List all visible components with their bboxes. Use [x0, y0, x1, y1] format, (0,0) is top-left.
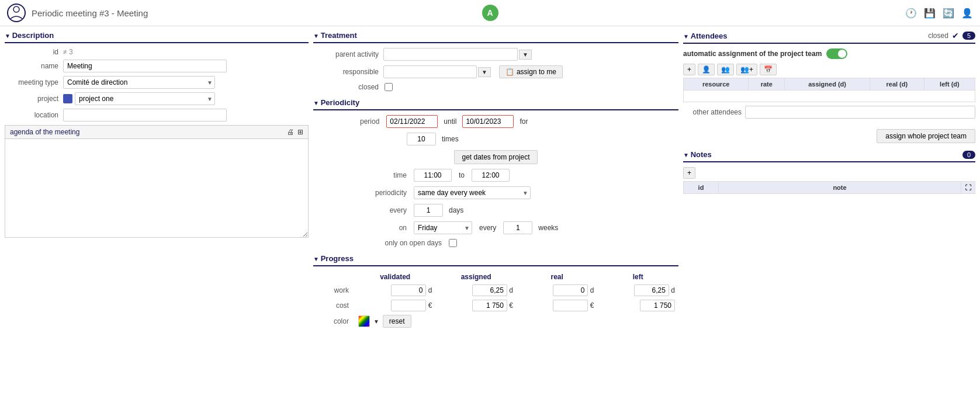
responsible-dropdown-icon[interactable]: ▼ — [478, 67, 491, 77]
add-note-button[interactable]: + — [683, 167, 695, 179]
header: Periodic meeting #3 - Meeting A 🕐 💾 🔄 👤 — [0, 0, 980, 26]
refresh-icon[interactable]: 🔄 — [943, 8, 954, 19]
every-label: every — [360, 206, 407, 214]
day-select[interactable]: Friday Monday Tuesday Wednesday Thursday… — [414, 221, 472, 234]
time-to-input[interactable] — [472, 169, 510, 182]
period-label: period — [360, 117, 379, 126]
main-content: Description id ≠ 3 name meeting type Com… — [0, 26, 980, 417]
times-input[interactable] — [407, 133, 436, 145]
print-icon[interactable]: 🖨 — [287, 128, 294, 136]
progress-section: Progress validated assigned real left wo… — [313, 254, 678, 329]
work-validated-input[interactable] — [391, 284, 426, 296]
auto-assignment-toggle[interactable] — [826, 48, 847, 59]
period-until-input[interactable] — [462, 115, 514, 128]
every-days-row: every days — [313, 204, 678, 217]
save-icon[interactable]: 💾 — [924, 8, 936, 19]
cost-row: cost € € € — [313, 298, 678, 313]
responsible-input[interactable] — [383, 65, 477, 78]
name-label: name — [5, 62, 63, 70]
period-from-input[interactable] — [386, 115, 438, 128]
parent-activity-input[interactable] — [383, 48, 518, 61]
grid-icon[interactable]: ⊞ — [297, 128, 303, 136]
description-title[interactable]: Description — [5, 31, 309, 43]
other-attendees-label: other attendees — [683, 108, 742, 116]
left-column: Description id ≠ 3 name meeting type Com… — [5, 31, 309, 412]
cost-left-input[interactable] — [640, 300, 675, 311]
periodicity-title[interactable]: Periodicity — [313, 98, 678, 110]
work-real-input[interactable] — [553, 284, 588, 296]
weeks-value-input[interactable] — [503, 221, 532, 234]
periodicity-label: periodicity — [360, 189, 407, 197]
time-from-input[interactable] — [414, 169, 452, 182]
notes-toolbar: + — [683, 167, 975, 179]
attendees-table: resource rate assigned (d) real (d) left… — [683, 78, 975, 102]
work-left-cell: d — [597, 283, 678, 298]
responsible-row: responsible ▼ 📋 assign to me — [313, 65, 678, 78]
periodicity-select-wrapper: same day every week ▼ — [414, 186, 531, 199]
project-select[interactable]: project one — [75, 92, 215, 105]
cost-validated-input[interactable] — [391, 300, 426, 311]
cost-assigned-currency: € — [509, 301, 513, 310]
work-label: work — [313, 283, 355, 298]
add-attendee-button[interactable]: + — [683, 64, 695, 75]
auto-assignment-row: automatic assignment of the project team — [683, 48, 975, 59]
description-section: Description id ≠ 3 name meeting type Com… — [5, 31, 309, 239]
color-dropdown-icon[interactable]: ▼ — [373, 318, 379, 325]
add-person-button[interactable]: 👤 — [698, 64, 715, 75]
days-label: days — [449, 206, 463, 214]
attendees-title[interactable]: Attendees — [683, 32, 728, 40]
cost-real-currency: € — [590, 301, 594, 310]
avatar: A — [482, 5, 498, 21]
user-icon[interactable]: 👤 — [961, 8, 973, 19]
reset-button[interactable]: reset — [383, 315, 411, 328]
middle-column: Treatment parent activity ▼ responsible … — [313, 31, 678, 412]
add-group-button[interactable]: 👥 — [717, 64, 734, 75]
get-dates-button[interactable]: get dates from project — [454, 150, 537, 164]
open-days-checkbox[interactable] — [449, 239, 457, 247]
color-swatch[interactable] — [358, 315, 370, 327]
on-label: on — [360, 224, 407, 232]
cost-assigned-input[interactable] — [472, 300, 507, 311]
work-assigned-input[interactable] — [472, 284, 507, 296]
id-value: ≠ 3 — [63, 48, 73, 56]
get-dates-row: get dates from project — [313, 150, 678, 164]
to-label: to — [459, 171, 465, 179]
closed-checkbox[interactable] — [385, 83, 393, 91]
resource-header: resource — [684, 78, 749, 91]
assign-to-me-button[interactable]: 📋 assign to me — [499, 65, 563, 78]
project-row: project project one ▼ — [5, 92, 309, 105]
add-team-button[interactable]: 👥+ — [736, 64, 757, 75]
meeting-type-row: meeting type Comité de direction ▼ — [5, 76, 309, 89]
meeting-type-wrapper: Comité de direction ▼ — [63, 76, 215, 89]
id-row: id ≠ 3 — [5, 48, 309, 56]
closed-label: closed — [313, 83, 383, 91]
name-input[interactable] — [63, 60, 227, 72]
periodicity-select[interactable]: same day every week — [414, 186, 531, 199]
attendees-count-badge: 5 — [962, 32, 975, 40]
project-wrapper: project one ▼ — [75, 92, 215, 105]
closed-row: closed — [313, 83, 678, 91]
rate-header: rate — [749, 78, 785, 91]
note-expand-header: ⛶ — [961, 182, 975, 194]
agenda-textarea[interactable] — [5, 138, 309, 238]
open-days-label: only on open days — [360, 239, 442, 247]
work-validated-unit: d — [428, 286, 432, 294]
treatment-title[interactable]: Treatment — [313, 31, 678, 43]
days-value-input[interactable] — [414, 204, 443, 217]
cost-real-input[interactable] — [553, 300, 588, 311]
work-assigned-cell: d — [435, 283, 517, 298]
agenda-tab-label[interactable]: agenda of the meeting — [10, 128, 79, 136]
parent-activity-dropdown-icon[interactable]: ▼ — [519, 50, 532, 60]
work-left-input[interactable] — [634, 284, 669, 296]
add-resource-button[interactable]: 📅 — [760, 64, 777, 75]
page-title: Periodic meeting #3 - Meeting — [32, 8, 905, 18]
meeting-type-select[interactable]: Comité de direction — [63, 76, 215, 89]
notes-title[interactable]: Notes — [683, 150, 712, 159]
progress-title[interactable]: Progress — [313, 254, 678, 266]
other-attendees-input[interactable] — [745, 106, 975, 119]
assign-whole-project-team-button[interactable]: assign whole project team — [877, 129, 975, 143]
location-input[interactable] — [63, 109, 227, 122]
clock-icon[interactable]: 🕐 — [905, 8, 917, 19]
parent-activity-wrapper: ▼ — [383, 48, 532, 61]
expand-icon[interactable]: ⛶ — [965, 184, 971, 191]
